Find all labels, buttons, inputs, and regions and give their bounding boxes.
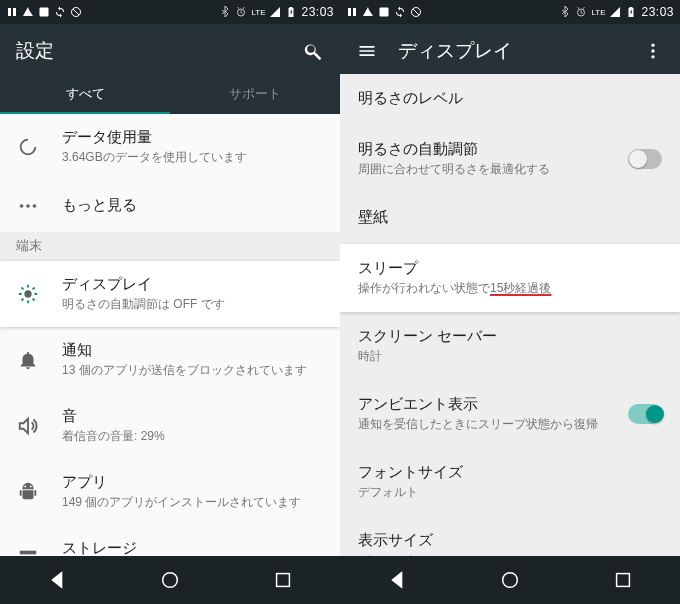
nav-home[interactable] [157, 567, 183, 593]
search-button[interactable] [302, 40, 324, 62]
app-icon-3 [38, 6, 50, 18]
svg-point-7 [24, 486, 26, 488]
status-right-icons: LTE 23:03 [559, 5, 674, 19]
lte-label: LTE [251, 8, 265, 17]
row-brightness[interactable]: 明るさのレベル [340, 74, 680, 125]
display-settings-list[interactable]: 明るさのレベル 明るさの自動調節 周囲に合わせて明るさを最適化する 壁紙 スリー… [340, 74, 680, 556]
nav-bar [340, 556, 680, 604]
row-title: スリープ [358, 259, 662, 278]
row-title: ディスプレイ [62, 275, 324, 294]
app-icon-1 [346, 6, 358, 18]
settings-list[interactable]: データ使用量 3.64GBのデータを使用しています もっと見る 端末 ディスプレ… [0, 114, 340, 556]
svg-point-3 [20, 204, 24, 208]
svg-point-5 [33, 204, 37, 208]
page-title: ディスプレイ [398, 38, 622, 64]
more-vert-icon [643, 41, 663, 61]
clock: 23:03 [301, 5, 334, 19]
row-wallpaper[interactable]: 壁紙 [340, 193, 680, 244]
svg-point-12 [163, 573, 178, 588]
row-sub: 明るさの自動調節は OFF です [62, 296, 324, 313]
display-icon [16, 282, 40, 306]
tab-all[interactable]: すべて [0, 74, 170, 114]
clock: 23:03 [641, 5, 674, 19]
row-more[interactable]: もっと見る [0, 180, 340, 232]
nav-back[interactable] [44, 567, 70, 593]
no-sim-icon [70, 6, 82, 18]
row-apps[interactable]: アプリ 149 個のアプリがインストールされています [0, 459, 340, 525]
hamburger-icon [357, 41, 377, 61]
row-title: 通知 [62, 341, 324, 360]
drawer-button[interactable] [356, 40, 378, 62]
app-icon-2 [362, 6, 374, 18]
svg-point-20 [503, 573, 518, 588]
search-icon [303, 41, 323, 61]
signal-icon [269, 6, 281, 18]
battery-charging-icon [285, 6, 297, 18]
row-sub: 通知を受信したときにスリープ状態から復帰 [358, 416, 606, 433]
svg-point-19 [651, 55, 654, 58]
svg-rect-21 [617, 574, 630, 587]
svg-rect-0 [40, 8, 49, 17]
status-left-icons [6, 6, 82, 18]
ambient-toggle[interactable] [628, 404, 662, 424]
svg-rect-9 [20, 551, 37, 555]
tab-support[interactable]: サポート [170, 74, 340, 114]
app-bar-settings: 設定 [0, 24, 340, 74]
nav-back[interactable] [384, 567, 410, 593]
row-title: 表示サイズ [358, 531, 662, 550]
row-sound[interactable]: 音 着信音の音量: 29% [0, 393, 340, 459]
row-sleep[interactable]: スリープ 操作が行われない状態で15秒経過後 [340, 244, 680, 312]
row-display-size[interactable]: 表示サイズ デフォルト [340, 516, 680, 556]
row-sub: 13 個のアプリが送信をブロックされています [62, 362, 324, 379]
storage-icon [16, 546, 40, 556]
status-left-icons [346, 6, 422, 18]
row-auto-brightness[interactable]: 明るさの自動調節 周囲に合わせて明るさを最適化する [340, 125, 680, 193]
row-sub: 149 個のアプリがインストールされています [62, 494, 324, 511]
row-sub: 時計 [358, 348, 662, 365]
signal-icon [609, 6, 621, 18]
lte-label: LTE [591, 8, 605, 17]
svg-point-17 [651, 44, 654, 47]
phone-left: LTE 23:03 設定 すべて サポート データ使用量 3.64GBのデータを… [0, 0, 340, 604]
row-display[interactable]: ディスプレイ 明るさの自動調節は OFF です [0, 261, 340, 327]
row-title: スクリーン セーバー [358, 327, 662, 346]
phone-right: LTE 23:03 ディスプレイ 明るさのレベル 明るさの自動調節 周囲に合わせ… [340, 0, 680, 604]
nav-recent[interactable] [610, 567, 636, 593]
svg-point-6 [24, 290, 31, 297]
row-storage[interactable]: ストレージ 58.24GB のうち 45.52GB を使用しています [0, 525, 340, 556]
section-device: 端末 [0, 232, 340, 261]
row-screensaver[interactable]: スクリーン セーバー 時計 [340, 312, 680, 380]
app-icon-3 [378, 6, 390, 18]
row-title: ストレージ [62, 539, 324, 556]
svg-rect-13 [277, 574, 290, 587]
bell-icon [16, 348, 40, 372]
row-title: アンビエント表示 [358, 395, 606, 414]
row-title: アプリ [62, 473, 324, 492]
row-sub: 着信音の音量: 29% [62, 428, 324, 445]
row-title: 明るさのレベル [358, 89, 662, 108]
nav-recent[interactable] [270, 567, 296, 593]
status-bar: LTE 23:03 [0, 0, 340, 24]
nav-home[interactable] [497, 567, 523, 593]
svg-point-18 [651, 49, 654, 52]
row-data-usage[interactable]: データ使用量 3.64GBのデータを使用しています [0, 114, 340, 180]
status-right-icons: LTE 23:03 [219, 5, 334, 19]
row-sub: 3.64GBのデータを使用しています [62, 149, 324, 166]
row-title: もっと見る [62, 196, 324, 215]
tabs: すべて サポート [0, 74, 340, 114]
alarm-icon [235, 6, 247, 18]
page-title: 設定 [16, 38, 282, 64]
row-notifications[interactable]: 通知 13 個のアプリが送信をブロックされています [0, 327, 340, 393]
overflow-button[interactable] [642, 40, 664, 62]
app-icon-2 [22, 6, 34, 18]
more-icon [16, 194, 40, 218]
row-sub: デフォルト [358, 484, 662, 501]
svg-point-8 [30, 486, 32, 488]
svg-rect-14 [380, 8, 389, 17]
row-ambient-display[interactable]: アンビエント表示 通知を受信したときにスリープ状態から復帰 [340, 380, 680, 448]
auto-brightness-toggle[interactable] [628, 149, 662, 169]
row-font-size[interactable]: フォントサイズ デフォルト [340, 448, 680, 516]
bluetooth-icon [559, 6, 571, 18]
apps-icon [16, 480, 40, 504]
row-title: 明るさの自動調節 [358, 140, 606, 159]
